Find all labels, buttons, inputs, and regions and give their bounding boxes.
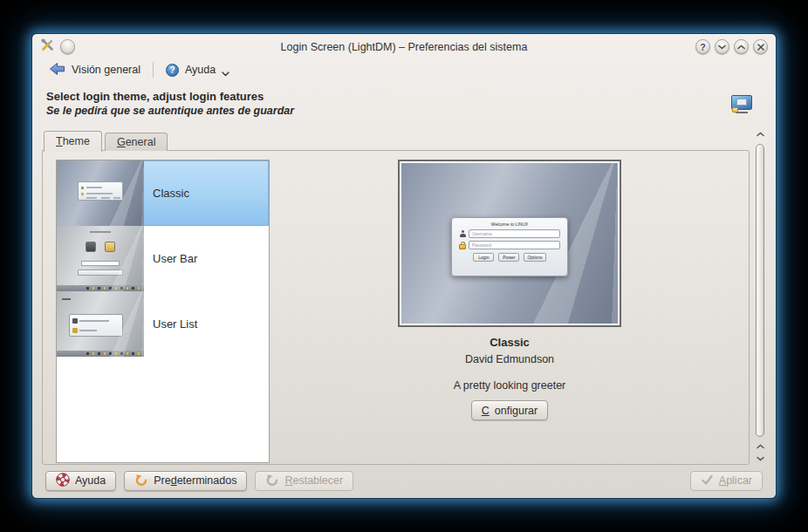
thumb-button [78,269,123,276]
theme-preview-image: Welcome to LINUX Username Password [398,160,621,327]
preview-scene: Welcome to LINUX Username Password [401,163,618,324]
theme-list-item-user-list[interactable]: User List [57,291,269,357]
tab-general[interactable]: General [105,133,168,151]
thumb-list-row [72,327,97,333]
theme-item-label: Classic [153,187,189,200]
toolbar-help-label: Ayuda [185,64,216,76]
theme-list-item-user-bar[interactable]: User Bar [57,226,269,291]
toolbar-help-button[interactable]: ? Ayuda [158,58,237,82]
preview-theme-description: A pretty looking greeter [454,379,566,392]
theme-list: Classic User Bar [56,160,270,463]
module-title: Select login theme, adjust login feature… [46,90,730,103]
reset-button-label: Restablecer [284,474,343,487]
reset-button[interactable]: Restablecer [255,471,353,491]
thumb-taskbar [57,351,144,357]
lock-icon [459,242,466,249]
thumb-list-row [72,317,109,324]
scroll-up-secondary-icon[interactable] [753,441,767,452]
help-button-label: Ayuda [75,474,106,487]
module-icon-window [736,99,747,106]
login-screen-module-icon [730,93,753,116]
theme-list-item-classic[interactable]: Classic [57,160,269,226]
thumb-line [101,197,110,199]
tab-theme[interactable]: Theme [44,131,102,152]
greeter-username-field: Username [469,229,560,238]
thumb-avatar [105,242,115,252]
thumb-input [81,261,120,266]
tab-bar: Theme General [44,130,764,151]
theme-item-label: User Bar [153,252,197,265]
thumb-dot [81,193,84,195]
theme-item-label: User List [153,317,197,331]
apply-button[interactable]: Aplicar [690,471,763,491]
greeter-options-button: Options [524,253,545,262]
thumb-line [79,320,109,322]
titlebar[interactable]: Login Screen (LightDM) – Preferencias de… [32,34,776,57]
thumb-avatar [86,242,96,252]
help-icon: ? [166,64,179,77]
thumb-line [86,193,113,194]
apply-button-label: Aplicar [719,474,752,487]
help-button[interactable]: Ayuda [45,471,116,491]
greeter-password-field: Password [469,241,560,249]
thumb-avatars [57,242,144,252]
preview-theme-author: David Edmundson [465,353,554,365]
back-arrow-icon [49,62,65,78]
configure-button[interactable]: Configurar [471,400,548,420]
back-overview-button[interactable]: Visión general [41,59,148,81]
minimize-button[interactable] [715,39,729,54]
chevron-down-icon [222,67,229,79]
checkmark-apply-icon [701,474,714,488]
tab-content-frame: Classic User Bar [42,150,750,465]
thumb-line [86,187,102,188]
classic-thumbnail-image [57,160,144,226]
thumb-user-list-box [69,314,123,337]
life-ring-help-icon [56,473,70,489]
thumb-line [90,231,111,233]
preview-theme-name: Classic [490,336,530,349]
back-overview-label: Visión general [72,64,140,76]
undo-defaults-icon [134,473,148,489]
user-bar-thumbnail-image [57,226,144,291]
preview-greeter-dialog: Welcome to LINUX Username Password [451,217,568,276]
user-list-thumbnail-image [57,291,144,357]
thumb-line [79,330,97,331]
maximize-button[interactable] [734,39,749,54]
thumb-avatar [72,318,78,324]
greeter-welcome-text: Welcome to LINUX [452,218,567,227]
vertical-scrollbar[interactable] [753,129,767,466]
thumb-line [113,197,120,199]
thumb-login-dialog [78,181,123,201]
thumb-line [62,298,71,300]
greeter-power-button: Power [498,253,519,262]
thumb-dot [81,187,84,189]
theme-preview-panel: Welcome to LINUX Username Password [398,160,621,420]
window-help-button[interactable]: ? [695,39,710,54]
defaults-button-label: Predeterminados [154,474,236,487]
module-header: Select login theme, adjust login feature… [32,85,776,126]
toolbar-separator [153,62,154,78]
scroll-down-icon[interactable] [753,454,767,464]
close-button[interactable] [753,39,768,54]
toolbar: Visión general ? Ayuda [32,57,776,83]
window-title: Login Screen (LightDM) – Preferencias de… [137,41,671,53]
module-subtitle: Se le pedirá que se autentique antes de … [46,105,730,117]
greeter-login-button: Login [473,253,494,262]
scrollbar-thumb[interactable] [756,144,764,437]
user-icon [459,230,466,238]
desktop-background: { "window": { "title": "Login Screen (Li… [0,0,808,532]
thumb-line [86,197,97,199]
dialog-button-box: Ayuda Predeterminados Restablecer [32,470,776,491]
thumb-avatar [72,328,78,333]
undo-reset-icon [265,473,279,489]
titlebar-menu-button[interactable] [60,39,75,54]
app-window: Login Screen (LightDM) – Preferencias de… [31,33,777,499]
defaults-button[interactable]: Predeterminados [124,471,247,491]
system-settings-tools-icon [40,38,55,56]
module-icon-accent [732,107,738,113]
thumb-taskbar [57,285,144,291]
